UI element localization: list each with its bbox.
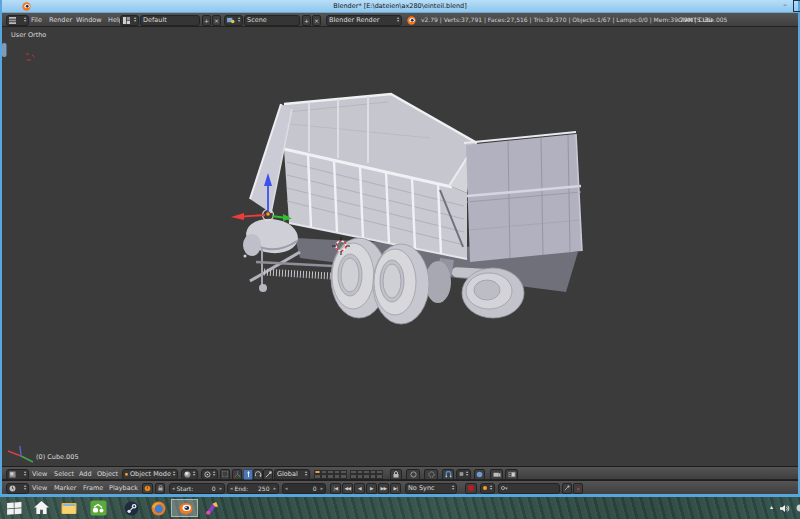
delete-keyframe-button[interactable]: × — [573, 483, 583, 494]
jump-to-end-button[interactable]: ▶| — [390, 483, 401, 494]
taskbar-home-app[interactable] — [31, 499, 51, 517]
taskbar-file-explorer[interactable] — [59, 499, 79, 517]
layout-add-button[interactable]: + — [202, 15, 211, 26]
lock-icon — [393, 471, 399, 478]
minimize-button[interactable]: – — [780, 0, 790, 12]
editor-type-button[interactable]: ▴▾ — [6, 483, 29, 494]
snap-increment-icon — [459, 471, 464, 477]
scene-add-button[interactable]: + — [302, 15, 311, 26]
scene-name-field[interactable]: Scene — [244, 15, 300, 26]
transform-orientation-select[interactable]: Global ▴▾ — [274, 469, 310, 480]
current-frame-field[interactable]: ◂ 0 ▸ — [282, 483, 326, 494]
maximize-button[interactable] — [793, 0, 800, 12]
editor-type-button[interactable]: ▴▾ — [6, 15, 29, 26]
window-title: Blender* [E:\dateien\ax280\einteil.blend… — [2, 2, 798, 10]
menu-view[interactable]: View — [32, 484, 47, 492]
menu-render[interactable]: Render — [49, 16, 72, 24]
next-keyframe-button[interactable]: ▶▶ — [378, 483, 389, 494]
insert-keyframe-button[interactable] — [562, 483, 572, 494]
frame-end-field[interactable]: ◂ End: 250 ▸ — [227, 483, 279, 494]
taskbar-blender[interactable] — [171, 499, 198, 517]
scene-icon — [227, 17, 235, 24]
rotate-manipulator-button[interactable] — [253, 469, 263, 480]
preview-range-button[interactable] — [142, 483, 153, 494]
menu-window[interactable]: Window — [76, 16, 102, 24]
layout-browse-button[interactable]: ▴▾ — [120, 15, 139, 26]
axis-x-arrow[interactable] — [231, 213, 244, 220]
key-plus-icon — [564, 485, 570, 491]
start-button[interactable] — [4, 499, 24, 517]
snap-peel-button[interactable] — [474, 469, 485, 480]
viewport-canvas[interactable] — [2, 27, 798, 466]
jump-to-start-button[interactable]: |◀ — [330, 483, 341, 494]
menu-file[interactable]: File — [31, 16, 42, 24]
layout-delete-button[interactable]: × — [212, 15, 221, 26]
proportional-circle-icon — [410, 471, 417, 478]
av-sync-select[interactable]: No Sync ▴▾ — [405, 483, 457, 494]
proportional-edit-button[interactable] — [406, 469, 420, 480]
layout-name-field[interactable]: Default — [140, 15, 200, 26]
layers-widget-2 — [350, 470, 383, 479]
graphics-app-icon — [204, 501, 219, 516]
opengl-render-still-button[interactable] — [490, 469, 503, 480]
record-icon — [468, 485, 474, 491]
editor-type-button[interactable]: ▴▾ — [6, 469, 29, 480]
giants-i3d-menu[interactable]: GIANTS I3D — [678, 16, 713, 23]
titlebar[interactable]: Blender* [E:\dateien\ax280\einteil.blend… — [2, 0, 798, 13]
snap-element-button[interactable] — [424, 469, 438, 480]
volume-button[interactable] — [778, 499, 792, 517]
play-reverse-button[interactable]: ◀ — [354, 483, 365, 494]
scale-manipulator-button[interactable] — [263, 469, 273, 480]
active-keying-set-field[interactable] — [498, 483, 560, 494]
taskbar-graphics-app[interactable] — [201, 499, 221, 517]
tray-clipped-icon[interactable] — [794, 499, 800, 517]
pivot-align-toggle[interactable] — [220, 469, 230, 480]
rotate-icon — [255, 471, 262, 478]
menu-playback[interactable]: Playback — [109, 484, 138, 492]
toolshelf-expand-tab[interactable] — [2, 43, 7, 57]
folder-icon — [61, 502, 77, 515]
info-header: ▴▾ File Render Window Help ▴▾ Default + … — [2, 13, 798, 27]
menu-marker[interactable]: Marker — [54, 484, 76, 492]
pivot-icon — [204, 471, 211, 478]
menu-frame[interactable]: Frame — [83, 484, 103, 492]
orange-clock-icon — [144, 485, 151, 492]
auto-keyframe-button[interactable] — [465, 483, 477, 494]
menu-view[interactable]: View — [32, 470, 47, 478]
render-camera-icon — [493, 471, 501, 478]
scene-browse-button[interactable]: ▴▾ — [224, 15, 243, 26]
menu-add[interactable]: Add — [79, 470, 92, 478]
firefox-icon — [151, 501, 166, 516]
translate-icon — [245, 471, 252, 478]
taskbar-steam[interactable] — [121, 499, 141, 517]
arrow-down-icon: ▾ — [24, 20, 26, 23]
menu-select[interactable]: Select — [54, 470, 74, 478]
lock-range-button[interactable] — [155, 483, 165, 494]
taskbar-firefox[interactable] — [148, 499, 168, 517]
pivot-point-select[interactable]: ▴▾ — [201, 469, 218, 480]
keying-set-select[interactable]: ▴▾ — [480, 483, 495, 494]
taskbar-green-vehicle-app[interactable] — [88, 499, 108, 517]
tray-expand-arrow[interactable]: ▴ — [770, 503, 773, 510]
manipulator-axes-button[interactable] — [232, 469, 242, 480]
viewport-3d[interactable]: User Ortho (0) Cube.005 — [2, 27, 798, 466]
viewport-shading-select[interactable]: ▴▾ — [181, 469, 198, 480]
render-engine-select[interactable]: Blender Render ▴▾ — [326, 15, 402, 26]
translate-manipulator-button[interactable] — [243, 469, 253, 480]
frame-start-field[interactable]: ◂ Start: 0 ▸ — [169, 483, 225, 494]
clipped-icon — [795, 504, 800, 512]
layer-cell[interactable] — [376, 474, 383, 479]
snap-toggle-button[interactable] — [442, 469, 454, 480]
snap-target-select[interactable]: ▴▾ — [456, 469, 471, 480]
scene-delete-button[interactable]: × — [312, 15, 321, 26]
mode-select[interactable]: Object Mode ▴▾ — [122, 469, 178, 480]
lock-to-scene-button[interactable] — [390, 469, 402, 480]
opengl-render-anim-button[interactable] — [505, 469, 518, 480]
play-button[interactable]: ▶ — [366, 483, 377, 494]
menu-object[interactable]: Object — [97, 470, 118, 478]
blender-icon — [177, 501, 193, 515]
timeline-header: ▴▾ View Marker Frame Playback ◂ Start: 0… — [2, 480, 798, 494]
layer-cell[interactable] — [340, 474, 347, 479]
prev-keyframe-button[interactable]: ◀◀ — [342, 483, 353, 494]
green-vehicle-icon — [90, 500, 107, 516]
